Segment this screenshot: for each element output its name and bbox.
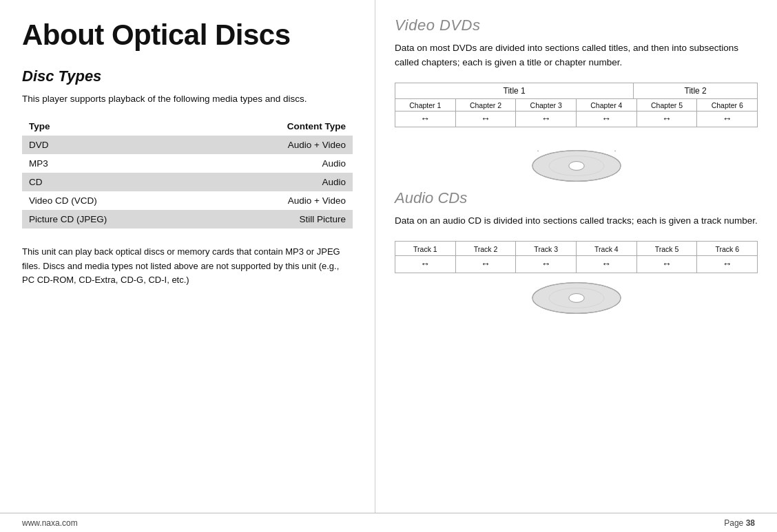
content-type-cell: Audio — [207, 154, 353, 173]
track-cell: Track 1 — [395, 242, 456, 255]
disc-type-cell: Picture CD (JPEG) — [22, 210, 207, 228]
track-cell: Track 3 — [516, 242, 577, 255]
table-row: DVDAudio + Video — [22, 136, 353, 154]
page-number: 38 — [746, 518, 755, 528]
arrow-cell: ↔ — [577, 111, 637, 127]
track-cell: Track 5 — [637, 242, 698, 255]
dvd-disc-shape — [395, 142, 758, 184]
track-arrow-cell: ↔ — [577, 256, 637, 273]
arrow-cell: ↔ — [516, 111, 577, 127]
footer-text: This unit can play back optical discs or… — [22, 245, 353, 286]
disc-types-table: Type Content Type DVDAudio + VideoMP3Aud… — [22, 118, 353, 228]
track-arrow-cell: ↔ — [697, 256, 757, 273]
arrow-cell: ↔ — [395, 111, 456, 127]
content-type-cell: Audio + Video — [207, 136, 353, 154]
disc-type-cell: MP3 — [22, 154, 207, 173]
bottom-bar: www.naxa.com Page 38 — [0, 513, 777, 532]
content-type-cell: Audio — [207, 173, 353, 191]
track-arrow-cell: ↔ — [456, 256, 517, 273]
svg-point-1 — [568, 161, 583, 170]
svg-point-7 — [568, 293, 583, 302]
track-cell: Track 6 — [697, 242, 757, 255]
table-row: Picture CD (JPEG)Still Picture — [22, 210, 353, 228]
page-title: About Optical Discs — [22, 19, 353, 51]
cd-diagram: Track 1Track 2Track 3Track 4Track 5Track… — [395, 241, 758, 273]
chapter-cell: Chapter 6 — [697, 99, 757, 111]
disc-types-desc: This player supports playback of the fol… — [22, 92, 353, 106]
arrow-cell: ↔ — [456, 111, 517, 127]
track-cell: Track 4 — [577, 242, 637, 255]
disc-type-cell: CD — [22, 173, 207, 191]
video-dvds-heading: Video DVDs — [395, 17, 758, 34]
dvd-diagram: Title 1 Title 2 Chapter 1Chapter 2Chapte… — [395, 83, 758, 127]
title2-label: Title 2 — [685, 86, 707, 96]
table-row: Video CD (VCD)Audio + Video — [22, 191, 353, 210]
content-type-cell: Still Picture — [207, 210, 353, 228]
chapter-cell: Chapter 1 — [395, 99, 456, 111]
col-content-header: Content Type — [207, 118, 353, 136]
disc-type-cell: DVD — [22, 136, 207, 154]
disc-types-heading: Disc Types — [22, 67, 353, 85]
content-type-cell: Audio + Video — [207, 191, 353, 210]
video-dvds-desc: Data on most DVDs are divided into secti… — [395, 41, 758, 70]
track-arrow-cell: ↔ — [516, 256, 577, 273]
col-type-header: Type — [22, 118, 207, 136]
track-arrow-cell: ↔ — [395, 256, 456, 273]
website-label: www.naxa.com — [22, 518, 78, 528]
page-label: Page — [724, 518, 743, 528]
page-info: Page 38 — [724, 518, 755, 528]
disc-type-cell: Video CD (VCD) — [22, 191, 207, 210]
arrow-cell: ↔ — [697, 111, 757, 127]
table-row: CDAudio — [22, 173, 353, 191]
table-row: MP3Audio — [22, 154, 353, 173]
track-cell: Track 2 — [456, 242, 517, 255]
title1-label: Title 1 — [504, 86, 526, 96]
chapter-cell: Chapter 4 — [577, 99, 637, 111]
cd-disc-shape — [395, 275, 758, 316]
audio-cds-heading: Audio CDs — [395, 189, 758, 207]
chapter-cell: Chapter 3 — [516, 99, 577, 111]
chapter-cell: Chapter 5 — [637, 99, 698, 111]
track-arrow-cell: ↔ — [637, 256, 698, 273]
audio-cds-desc: Data on an audio CD is divided into sect… — [395, 214, 758, 228]
chapter-cell: Chapter 2 — [456, 99, 517, 111]
arrow-cell: ↔ — [637, 111, 698, 127]
